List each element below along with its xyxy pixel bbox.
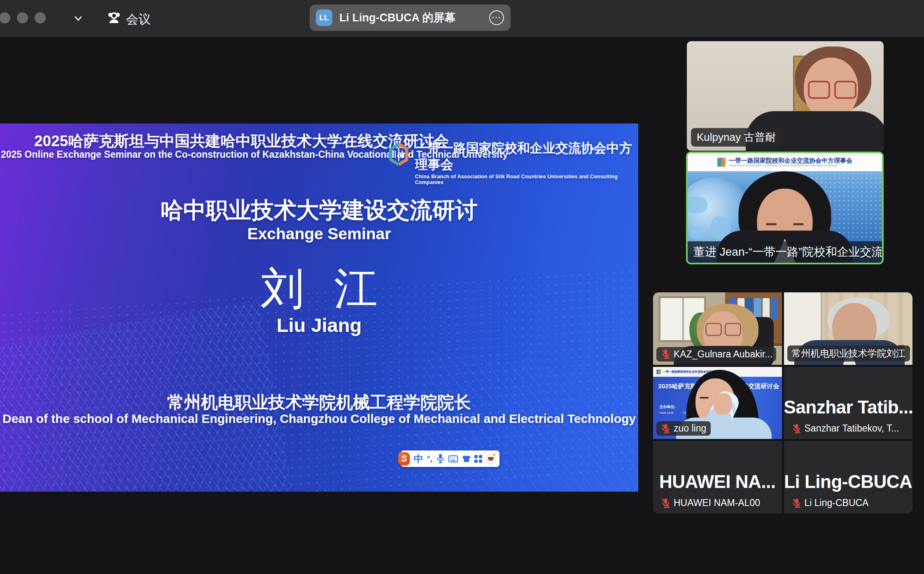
person-glasses <box>808 81 856 99</box>
video-tile-liujiang[interactable]: 常州机电职业技术学院刘江 <box>784 292 913 365</box>
virtual-background-banner: 一带一路国家院校和企业交流协会中方理事会 China Branch of Ass… <box>688 153 882 171</box>
muted-mic-icon <box>792 423 802 434</box>
organization-block: 一带一路国家院校和企业交流协会中方理事会 China Branch of Ass… <box>388 140 638 185</box>
participant-name: HUAWEI NAM-AL00 <box>674 497 760 509</box>
ime-keyboard-icon <box>448 455 458 463</box>
participant-name: KAZ_Gulnara Aubakir... <box>674 349 772 360</box>
sogou-ime-toolbar: S 中 °, ✦ <box>401 450 499 467</box>
speaker-name-calligraphy: 刘 江 <box>0 259 638 318</box>
participant-name: Li Ling-CBUCA <box>805 497 869 509</box>
muted-mic-icon <box>661 349 671 359</box>
person-eye <box>700 397 709 399</box>
organization-name-en: China Branch of Association of Silk Road… <box>415 174 638 185</box>
menu-item-meeting[interactable]: 会议 <box>126 11 151 28</box>
muted-mic-icon <box>661 423 671 434</box>
speaker-name-char-2: 江 <box>334 259 378 318</box>
chevron-down-icon[interactable] <box>72 13 84 24</box>
video-tile-liling-camera-off[interactable]: Li Ling-CBUCA Li Ling-CBUCA <box>784 441 913 513</box>
speaker-role-cn: 常州机电职业技术学院机械工程学院院长 <box>0 391 638 414</box>
speaker-role-en: Dean of the school of Mechanical Enginee… <box>0 412 638 426</box>
traffic-light-zoom-button[interactable] <box>35 12 46 23</box>
slide-title-cn: 哈中职业技术大学建设交流研讨 <box>0 195 638 226</box>
person-eye <box>793 223 804 225</box>
more-options-button[interactable]: ··· <box>489 10 504 25</box>
window-titlebar: 会议 LL Li Ling-CBUCA 的屏幕 ··· <box>0 0 924 37</box>
participant-display-name: Li Ling-CBUCA <box>784 471 913 492</box>
banner-org-en: China Branch of Association of Silk Road… <box>729 164 852 167</box>
slide-header-cn: 2025哈萨克斯坦与中国共建哈中职业技术大学在线交流研讨会 <box>34 131 449 152</box>
screen-share-tab[interactable]: LL Li Ling-CBUCA 的屏幕 ··· <box>310 5 511 31</box>
video-tile-huawei-camera-off[interactable]: HUAWEI NA... HUAWEI NAM-AL00 <box>653 441 782 513</box>
avatar: LL <box>316 9 332 26</box>
participant-grid: KAZ_Gulnara Aubakir... 常州机电职业技术学院刘江 一带一路… <box>653 292 912 513</box>
person-eye <box>766 223 777 225</box>
ime-voice-icon <box>436 453 445 464</box>
meeting-window: 会议 LL Li Ling-CBUCA 的屏幕 ··· 2025哈萨克斯坦与中国… <box>0 0 924 574</box>
person-glasses <box>705 323 741 336</box>
background-slide-text: 主办单位: <box>660 404 676 410</box>
video-tile-dongjin-active-speaker[interactable]: 一带一路国家院校和企业交流协会中方理事会 China Branch of Ass… <box>686 152 884 264</box>
participant-name-tag: 董进 Jean-“一带一路”院校和企业交流... <box>688 241 882 263</box>
person-hand <box>714 393 732 415</box>
video-tile-kulpynay[interactable]: Kulpynay 古普耐 <box>687 41 884 151</box>
organization-name-cn: 一带一路国家院校和企业交流协会中方理事会 <box>415 140 638 173</box>
association-logo-small-icon <box>656 369 661 374</box>
ime-punctuation-icon: °, <box>427 454 432 464</box>
video-tile-kaz-gulnara[interactable]: KAZ_Gulnara Aubakir... <box>653 292 782 365</box>
speaker-name-en: Liu Jiang <box>0 314 638 336</box>
muted-mic-icon <box>792 498 802 509</box>
association-logo-small-icon <box>717 158 726 167</box>
participant-name: 董进 Jean-“一带一路”院校和企业交流... <box>693 244 882 260</box>
participant-name: Kulpynay 古普耐 <box>697 130 776 145</box>
participant-name-tag: HUAWEI NAM-AL00 <box>656 496 765 510</box>
traffic-light-minimize-button[interactable] <box>17 12 28 23</box>
participant-name: 常州机电职业技术学院刘江 <box>792 347 905 360</box>
participant-name-tag: 常州机电职业技术学院刘江 <box>787 345 910 362</box>
video-tile-sanzhar-camera-off[interactable]: Sanzhar Tatib... Sanzhar Tatibekov, T... <box>784 367 913 439</box>
sogou-logo-icon: S <box>398 452 410 465</box>
traffic-light-close-button[interactable] <box>0 12 10 23</box>
association-logo-icon <box>388 140 409 169</box>
background-slide-text: Host Unit: <box>660 411 674 415</box>
participants-icon <box>106 11 122 25</box>
video-tile-zuoling[interactable]: 一带一路国家院校和企业交流协会中方理事会 2025哈萨克斯坦与中国共 在线交流研… <box>653 367 782 439</box>
speaker-name-char-1: 刘 <box>261 259 304 318</box>
participant-name-tag: Kulpynay 古普耐 <box>691 128 782 147</box>
participant-display-name: Sanzhar Tatib... <box>784 397 913 418</box>
ime-skin-shirt-icon <box>462 455 471 463</box>
ime-toolbox-icon <box>474 455 482 463</box>
slide-title-en: Exchange Seminar <box>0 225 638 243</box>
shared-screen-slide: 2025哈萨克斯坦与中国共建哈中职业技术大学在线交流研讨会 2025 Onlin… <box>0 124 638 492</box>
screen-share-title: Li Ling-CBUCA 的屏幕 <box>339 5 455 31</box>
ime-chinese-mode-icon: 中 <box>413 453 423 465</box>
participant-name-tag: zuo ling <box>656 421 711 436</box>
participant-name-tag: Li Ling-CBUCA <box>787 496 873 510</box>
muted-mic-icon <box>661 498 671 509</box>
participant-name: Sanzhar Tatibekov, T... <box>805 423 899 434</box>
participant-name-tag: Sanzhar Tatibekov, T... <box>787 421 904 436</box>
banner-org-cn: 一带一路国家院校和企业交流协会中方理事会 <box>729 157 852 164</box>
ime-emoji-icon: ✦ <box>486 453 496 464</box>
participant-display-name: HUAWEI NA... <box>653 471 782 492</box>
participant-name-tag: KAZ_Gulnara Aubakir... <box>656 347 776 362</box>
participant-name: zuo ling <box>674 423 706 434</box>
